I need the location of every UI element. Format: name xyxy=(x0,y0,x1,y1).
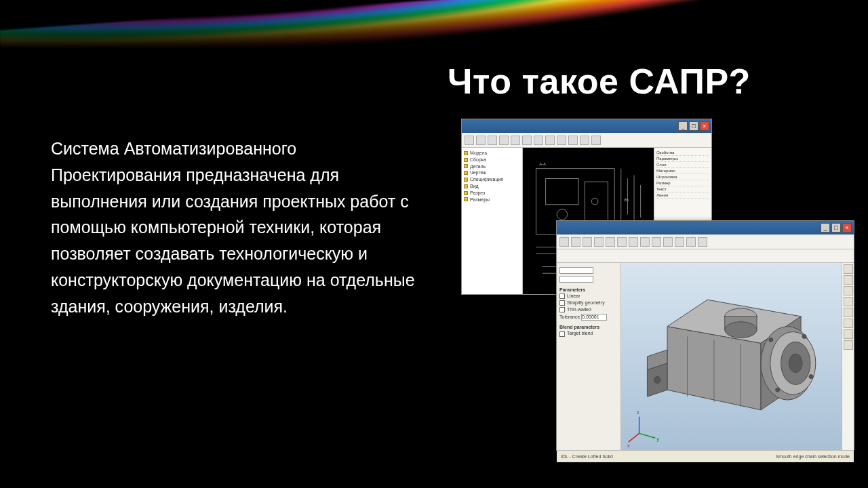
svg-text:z: z xyxy=(637,409,639,415)
tree-item: Разрез xyxy=(470,190,485,197)
tree-item: Размеры xyxy=(470,197,490,203)
toolbar-icon xyxy=(571,237,580,247)
section-label: Blend parameters xyxy=(559,325,618,329)
tree-item: Вид xyxy=(470,183,479,190)
svg-point-24 xyxy=(789,354,802,373)
view-tool-icon xyxy=(844,319,853,328)
svg-point-32 xyxy=(776,388,780,392)
toolbar-icon xyxy=(488,136,497,145)
svg-point-31 xyxy=(769,338,773,342)
checkbox-label: Thin-walled xyxy=(567,307,591,312)
svg-point-34 xyxy=(809,375,813,379)
close-icon: × xyxy=(700,121,709,131)
checkbox-icon xyxy=(559,307,565,312)
cad-3d-screenshot: _ □ × xyxy=(556,220,854,451)
input-field xyxy=(559,267,593,274)
close-icon: × xyxy=(842,223,852,232)
minimize-icon: _ xyxy=(678,121,688,131)
toolbar-icon xyxy=(640,237,650,247)
svg-line-13 xyxy=(639,433,656,438)
toolbar-icon xyxy=(476,136,486,145)
svg-line-14 xyxy=(629,433,639,442)
minimize-icon: _ xyxy=(821,223,830,232)
panel-item: Текст xyxy=(656,186,709,192)
decorative-rainbow-band xyxy=(0,0,868,54)
toolbar-icon xyxy=(583,237,592,247)
toolbar-icon xyxy=(465,136,474,145)
panel-item: Размер xyxy=(656,180,709,186)
cad-3d-viewport: z y x xyxy=(621,263,854,450)
panel-item: Свойства xyxy=(656,150,709,156)
tolerance-value: 0.00001 xyxy=(581,314,607,321)
svg-rect-2 xyxy=(585,182,608,221)
toolbar-icon xyxy=(580,136,589,145)
toolbar-icon xyxy=(522,136,532,145)
toolbar-icon xyxy=(606,237,615,247)
checkbox-label: Simplify geometry xyxy=(567,300,605,305)
illustration-group: _ □ × Модель Сборка xyxy=(461,119,854,458)
checkbox-icon xyxy=(559,293,565,299)
toolbar-icon xyxy=(652,237,661,247)
toolbar-icon xyxy=(698,237,707,247)
cad-3d-view-toolbar xyxy=(842,263,854,450)
maximize-icon: □ xyxy=(689,121,698,131)
cad-3d-toolbar xyxy=(557,235,854,249)
tree-item: Чертеж xyxy=(470,169,486,176)
window-titlebar: _ □ × xyxy=(462,119,711,133)
view-tool-icon xyxy=(844,340,853,350)
view-tool-icon xyxy=(844,275,853,285)
toolbar-icon xyxy=(568,136,578,145)
toolbar-icon xyxy=(545,136,555,145)
toolbar-icon xyxy=(617,237,627,247)
slide-body-text: Система Автоматизированного Проектирован… xyxy=(51,136,431,319)
cad-3d-toolbar-secondary xyxy=(557,249,854,263)
svg-text:A-A: A-A xyxy=(539,162,546,166)
cad-2d-toolbar xyxy=(462,133,711,148)
toolbar-icon xyxy=(594,237,604,247)
toolbar-icon xyxy=(557,136,566,145)
panel-item: Слои xyxy=(656,162,709,168)
svg-point-33 xyxy=(802,334,806,338)
svg-text:x: x xyxy=(627,443,630,449)
maximize-icon: □ xyxy=(831,223,841,232)
field-label: Tolerance xyxy=(559,314,580,319)
view-tool-icon xyxy=(844,297,853,306)
toolbar-icon xyxy=(499,136,509,145)
status-text-left: IDL - Create Lofted Solid xyxy=(561,454,613,459)
tree-item: Деталь xyxy=(470,163,486,170)
svg-rect-1 xyxy=(546,178,578,205)
toolbar-icon xyxy=(559,237,569,247)
svg-point-7 xyxy=(557,209,567,220)
section-label: Parameters xyxy=(559,287,618,292)
input-field xyxy=(559,276,593,283)
view-tool-icon xyxy=(844,308,853,317)
toolbar-icon xyxy=(591,136,601,145)
svg-text:85: 85 xyxy=(625,198,629,202)
svg-point-8 xyxy=(591,198,598,205)
svg-point-30 xyxy=(654,377,660,384)
tree-item: Модель xyxy=(470,150,487,157)
panel-item: Параметры xyxy=(656,156,709,162)
panel-item: Штриховка xyxy=(656,174,709,180)
panel-item: Материал xyxy=(656,168,709,174)
cad-3d-properties-panel: Parameters Linear Simplify geometry Thin… xyxy=(557,263,621,450)
view-tool-icon xyxy=(844,264,853,274)
cad-2d-tree-panel: Модель Сборка Деталь Чертеж Спецификация… xyxy=(462,148,523,294)
checkbox-label: Target blend xyxy=(567,331,593,336)
status-text-right: Smooth edge chain selection mode xyxy=(776,454,850,459)
svg-point-27 xyxy=(725,322,757,338)
checkbox-icon xyxy=(559,331,565,337)
slide: Что такое САПР? Система Автоматизированн… xyxy=(0,0,868,488)
window-titlebar: _ □ × xyxy=(557,221,854,235)
toolbar-icon xyxy=(686,237,696,247)
view-tool-icon xyxy=(844,329,853,339)
tree-item: Спецификация xyxy=(470,176,503,183)
slide-title: Что такое САПР? xyxy=(448,61,751,102)
tree-item: Сборка xyxy=(470,157,486,163)
toolbar-icon xyxy=(534,136,543,145)
svg-text:y: y xyxy=(656,436,659,442)
view-tool-icon xyxy=(844,286,853,296)
toolbar-icon xyxy=(511,136,520,145)
toolbar-icon xyxy=(675,237,684,247)
toolbar-icon xyxy=(663,237,673,247)
